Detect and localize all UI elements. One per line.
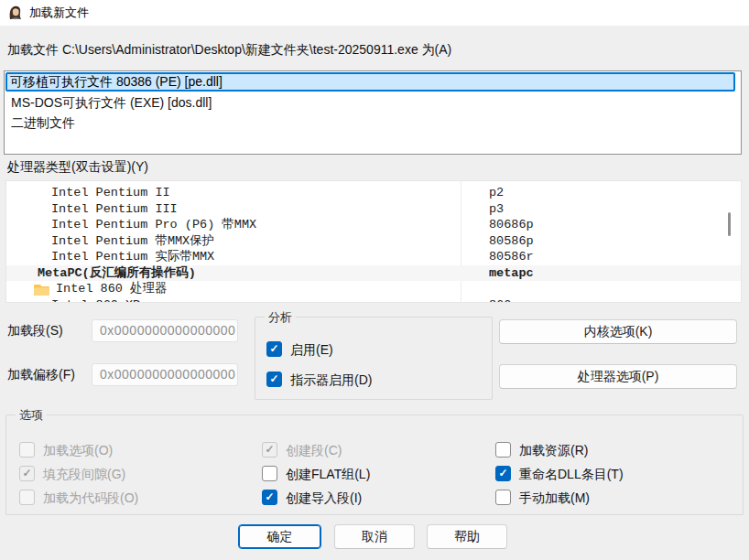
- loader-listbox[interactable]: 可移植可执行文件 80386 (PE) [pe.dll] MS-DOS可执行文件…: [4, 70, 742, 155]
- option-row: ✓ 填充段间隙(G): [19, 466, 239, 483]
- cancel-button[interactable]: 取消: [334, 524, 415, 549]
- loader-option-selected[interactable]: 可移植可执行文件 80386 (PE) [pe.dll]: [5, 72, 735, 92]
- processor-row-clipped[interactable]: Intel 860 XP 860xp: [6, 297, 742, 304]
- analysis-indicator-row: ✓ 指示器启用(D): [266, 372, 477, 389]
- checkbox-load-options: ✓: [19, 442, 35, 458]
- checkbox-label: 填充段间隙(G): [43, 466, 125, 482]
- checkbox-label: 启用(E): [290, 341, 333, 358]
- processor-name: MetaPC(反汇编所有操作码): [38, 265, 196, 282]
- option-row: ✓ 创建段(C): [262, 442, 482, 459]
- processor-listbox[interactable]: Intel Pentium II p2 Intel Pentium III p3…: [5, 180, 742, 303]
- window-title: 加载新文件: [29, 0, 89, 26]
- processor-name: Intel 860 处理器: [56, 281, 168, 297]
- checkbox-label: 加载资源(R): [519, 442, 588, 458]
- check-icon: ✓: [267, 372, 281, 386]
- processor-row-metapc[interactable]: MetaPC(反汇编所有操作码) metapc: [6, 265, 742, 282]
- processor-row[interactable]: Intel Pentium II p2: [6, 185, 742, 201]
- checkbox-create-flat-group[interactable]: ✓: [262, 466, 277, 481]
- checkbox-label: 加载选项(O): [43, 442, 113, 458]
- processor-type-label: 处理器类型(双击设置)(Y): [7, 159, 148, 176]
- app-icon: [7, 5, 24, 21]
- processor-name: Intel Pentium II: [51, 185, 170, 201]
- checkbox-load-as-code-segment: ✓: [19, 490, 35, 505]
- checkbox-label: 加载为代码段(O): [43, 490, 138, 506]
- analysis-enable-row: ✓ 启用(E): [266, 341, 477, 359]
- checkbox-label: 手动加载(M): [519, 490, 590, 506]
- ok-button[interactable]: 确定: [238, 524, 321, 549]
- loader-option[interactable]: 二进制文件: [11, 115, 75, 132]
- options-group: 选项 ✓ 加载选项(O) ✓ 填充段间隙(G) ✓ 加载为代码段(O) ✓ 创建…: [5, 415, 744, 515]
- file-prompt-label: 加载文件 C:\Users\Administrator\Desktop\新建文件…: [7, 42, 451, 59]
- processor-options-button[interactable]: 处理器选项(P): [499, 364, 737, 389]
- processor-name: Intel Pentium III: [51, 201, 178, 218]
- check-icon: ✓: [267, 342, 281, 356]
- processor-name: Intel Pentium 实际带MMX: [51, 249, 214, 265]
- processor-name: Intel 860 XP: [51, 297, 140, 304]
- checkbox-label: 创建段(C): [286, 442, 342, 458]
- option-row: ✓ 创建FLAT组(L): [262, 466, 482, 483]
- option-row: ✓ 加载资源(R): [495, 442, 715, 459]
- load-segment-input: 0x0000000000000000: [92, 319, 238, 342]
- load-offset-label: 加载偏移(F): [7, 367, 75, 383]
- checkbox-label: 创建FLAT组(L): [286, 466, 370, 482]
- analysis-group-title: 分析: [265, 309, 296, 326]
- checkbox-manual-load[interactable]: ✓: [495, 490, 511, 505]
- kernel-options-button[interactable]: 内核选项(K): [499, 319, 737, 344]
- scrollbar-thumb[interactable]: [728, 212, 731, 236]
- option-row: ✓ 加载为代码段(O): [19, 490, 239, 507]
- option-row: ✓ 重命名DLL条目(T): [495, 466, 715, 483]
- processor-row[interactable]: Intel Pentium III p3: [6, 201, 742, 218]
- load-segment-label: 加载段(S): [7, 323, 63, 339]
- processor-id: 80586r: [489, 249, 534, 265]
- processor-id: 80586p: [489, 233, 534, 250]
- checkbox-label: 重命名DLL条目(T): [519, 466, 624, 482]
- loader-option[interactable]: MS-DOS可执行文件 (EXE) [dos.dll]: [11, 95, 212, 112]
- check-icon: ✓: [20, 467, 34, 480]
- checkbox-create-segments: ✓: [262, 442, 277, 458]
- option-row: ✓ 手动加载(M): [495, 490, 715, 507]
- checkbox-label: 指示器启用(D): [290, 372, 372, 388]
- processor-id: metapc: [489, 265, 534, 282]
- load-offset-input: 0x0000000000000000: [92, 363, 238, 386]
- checkbox-create-imports-segment[interactable]: ✓: [262, 490, 277, 505]
- processor-row[interactable]: Intel 860 处理器: [6, 281, 742, 297]
- title-bar: 加载新文件: [0, 0, 749, 26]
- check-icon: ✓: [263, 443, 277, 457]
- check-icon: ✓: [496, 467, 510, 480]
- analysis-group: 分析 ✓ 启用(E) ✓ 指示器启用(D): [255, 317, 493, 400]
- processor-name: Intel Pentium 带MMX保护: [51, 233, 214, 250]
- checkbox-load-resources[interactable]: ✓: [495, 442, 511, 458]
- processor-row[interactable]: Intel Pentium 实际带MMX 80586r: [6, 249, 742, 265]
- processor-row[interactable]: Intel Pentium 带MMX保护 80586p: [6, 233, 742, 250]
- checkbox-enable[interactable]: ✓: [266, 341, 282, 357]
- options-group-title: 选项: [16, 407, 47, 424]
- folder-icon: [34, 283, 49, 296]
- checkbox-fill-segment-gaps: ✓: [19, 466, 35, 481]
- option-row: ✓ 加载选项(O): [19, 442, 239, 459]
- processor-id: p2: [489, 185, 504, 201]
- help-button[interactable]: 帮助: [427, 524, 507, 549]
- checkbox-indicator[interactable]: ✓: [266, 372, 282, 387]
- checkbox-rename-dll-entries[interactable]: ✓: [495, 466, 511, 481]
- checkbox-label: 创建导入段(I): [286, 490, 362, 506]
- processor-row[interactable]: Intel Pentium Pro (P6) 带MMX 80686p: [6, 217, 742, 233]
- option-row: ✓ 创建导入段(I): [262, 490, 482, 507]
- processor-name: Intel Pentium Pro (P6) 带MMX: [51, 217, 256, 233]
- check-icon: ✓: [263, 490, 277, 504]
- processor-id: p3: [489, 201, 504, 218]
- processor-id: 80686p: [489, 217, 534, 233]
- processor-id: 860xp: [489, 297, 526, 304]
